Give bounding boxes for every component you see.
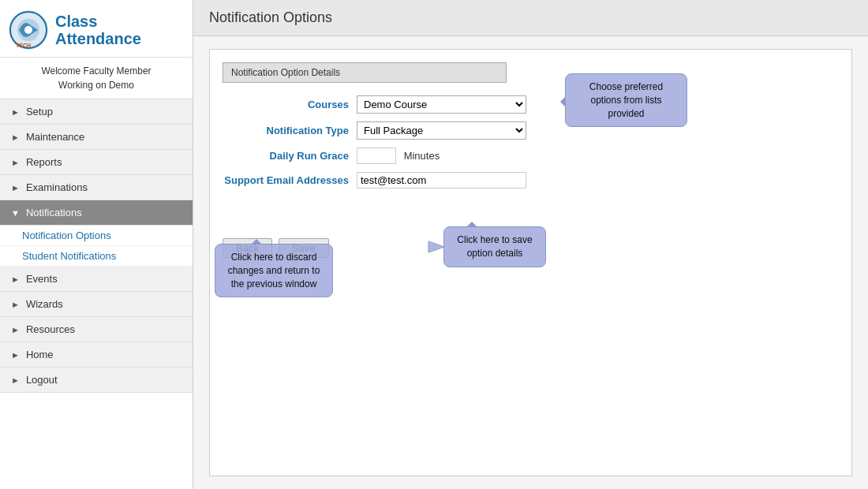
daily-run-grace-row: Daily Run Grace Minutes [223, 147, 839, 164]
svg-point-3 [24, 26, 32, 34]
chevron-right-icon: ► [11, 107, 20, 117]
content-area: Notification Option Details Courses Demo… [209, 49, 852, 476]
page-title: Notification Options [209, 9, 332, 25]
main-content: Notification Options Notification Option… [193, 0, 868, 489]
support-email-field [357, 172, 526, 189]
courses-select[interactable]: Demo Course Course 2 Course 3 [357, 95, 526, 114]
chevron-down-icon: ▼ [11, 208, 20, 218]
chevron-right-icon: ► [11, 274, 20, 284]
support-email-row: Support Email Addresses [223, 172, 839, 189]
sidebar-item-label: Notifications [26, 207, 82, 218]
sidebar-item-maintenance[interactable]: ► Maintenance [0, 125, 193, 150]
courses-row: Courses Demo Course Course 2 Course 3 Ch… [223, 95, 839, 114]
daily-run-grace-field: Minutes [357, 147, 440, 164]
page-header: Notification Options [193, 0, 868, 36]
sidebar-sub-student-notifications[interactable]: Student Notifications [0, 246, 193, 267]
section-header: Notification Option Details [223, 62, 507, 83]
svg-marker-5 [428, 241, 444, 252]
minutes-label: Minutes [404, 150, 440, 162]
button-row: Back Save Click here to discard changes … [223, 204, 839, 291]
app-title: Class Attendance [55, 13, 141, 47]
courses-label: Courses [223, 99, 357, 110]
sidebar-item-wizards[interactable]: ► Wizards [0, 292, 193, 317]
welcome-text: Welcome Faculty Member Working on Demo [0, 58, 193, 99]
logo-icon: TECH [8, 9, 49, 50]
chevron-right-icon: ► [11, 133, 20, 142]
sidebar-item-label: Examinations [26, 181, 88, 193]
sidebar-item-label: Events [26, 273, 58, 285]
choose-tooltip: Choose preferred options from lists prov… [565, 73, 687, 127]
sidebar-item-setup[interactable]: ► Setup [0, 99, 193, 125]
sidebar-item-label: Reports [26, 156, 62, 168]
chevron-right-icon: ► [11, 325, 20, 334]
support-email-label: Support Email Addresses [223, 174, 357, 186]
sidebar-item-resources[interactable]: ► Resources [0, 317, 193, 342]
svg-text:TECH: TECH [16, 43, 31, 48]
sidebar-item-logout[interactable]: ► Logout [0, 368, 193, 393]
save-arrow [428, 241, 444, 252]
sidebar-item-reports[interactable]: ► Reports [0, 150, 193, 175]
sidebar-item-label: Logout [26, 374, 58, 386]
chevron-right-icon: ► [11, 300, 20, 309]
chevron-right-icon: ► [11, 183, 20, 192]
sidebar-sub-notification-options[interactable]: Notification Options [0, 226, 193, 246]
sidebar-item-label: Setup [26, 106, 53, 118]
save-button[interactable]: Save [279, 238, 329, 258]
sidebar-item-label: Resources [26, 323, 75, 335]
chevron-right-icon: ► [11, 375, 20, 385]
courses-field: Demo Course Course 2 Course 3 [357, 95, 526, 114]
notification-type-select[interactable]: Full Package Email Only SMS Only [357, 121, 526, 140]
sidebar-item-notifications[interactable]: ▼ Notifications [0, 200, 193, 226]
chevron-right-icon: ► [11, 350, 20, 360]
notification-type-label: Notification Type [223, 125, 357, 136]
sidebar-item-label: Home [26, 349, 54, 360]
daily-run-grace-label: Daily Run Grace [223, 150, 357, 162]
sidebar-item-examinations[interactable]: ► Examinations [0, 175, 193, 200]
logo-area: TECH Class Attendance [0, 0, 193, 58]
chevron-right-icon: ► [11, 158, 20, 167]
back-button[interactable]: Back [223, 238, 272, 258]
sidebar-item-events[interactable]: ► Events [0, 267, 193, 292]
daily-run-grace-input[interactable] [357, 147, 396, 164]
save-tooltip: Click here to save option details [443, 226, 546, 267]
sidebar-item-home[interactable]: ► Home [0, 342, 193, 368]
sidebar-item-label: Maintenance [26, 131, 84, 143]
notification-type-row: Notification Type Full Package Email Onl… [223, 121, 839, 140]
sidebar: TECH Class Attendance Welcome Faculty Me… [0, 0, 193, 489]
notification-type-field: Full Package Email Only SMS Only [357, 121, 526, 140]
sidebar-item-label: Wizards [26, 298, 63, 310]
support-email-input[interactable] [357, 172, 526, 189]
